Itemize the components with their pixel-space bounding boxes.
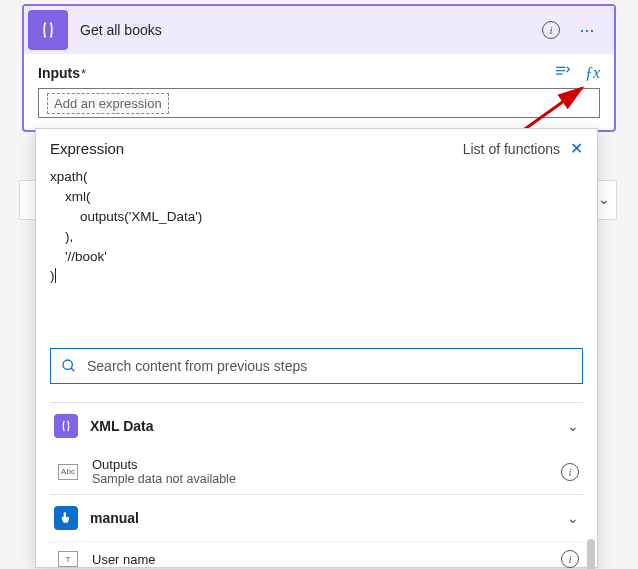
- step-group-manual[interactable]: manual ⌄: [50, 494, 583, 541]
- inputs-field[interactable]: Add an expression: [38, 88, 600, 118]
- dynamic-content-icon[interactable]: [553, 64, 571, 82]
- info-icon[interactable]: i: [561, 550, 579, 568]
- step-group-xml-data[interactable]: XML Data ⌄: [50, 402, 583, 449]
- more-icon[interactable]: ···: [572, 20, 602, 41]
- required-mark: *: [81, 66, 86, 81]
- search-previous-steps[interactable]: Search content from previous steps: [50, 348, 583, 384]
- action-header[interactable]: Get all books i ···: [24, 6, 614, 54]
- info-icon[interactable]: i: [561, 463, 579, 481]
- expression-editor[interactable]: xpath( xml( outputs('XML_Data') ), '//bo…: [50, 166, 583, 346]
- braces-icon: [54, 414, 78, 438]
- expression-chip[interactable]: Add an expression: [47, 93, 169, 114]
- step-item-name: User name: [92, 552, 547, 567]
- action-icon: [28, 10, 68, 50]
- chevron-down-icon: ⌄: [598, 191, 610, 207]
- close-icon[interactable]: ✕: [570, 139, 583, 158]
- expression-panel: Expression List of functions ✕ xpath( xm…: [35, 128, 598, 568]
- action-card: Get all books i ··· Inputs * ƒx Add an e…: [22, 4, 616, 132]
- action-title: Get all books: [80, 22, 542, 38]
- step-group-title: XML Data: [90, 418, 555, 434]
- step-item-outputs[interactable]: Abc Outputs Sample data not available i: [50, 449, 583, 494]
- text-icon: T: [58, 551, 78, 567]
- chevron-down-icon: ⌄: [567, 418, 579, 434]
- inputs-label: Inputs: [38, 65, 80, 81]
- expression-panel-title: Expression: [50, 140, 124, 157]
- step-item-name: Outputs: [92, 457, 547, 472]
- abc-icon: Abc: [58, 464, 78, 480]
- scrollbar-thumb[interactable]: [587, 539, 595, 569]
- step-item-sub: Sample data not available: [92, 472, 547, 486]
- chevron-down-icon: ⌄: [567, 510, 579, 526]
- step-item-username[interactable]: T User name i: [50, 541, 583, 569]
- svg-line-2: [71, 368, 74, 371]
- info-icon[interactable]: i: [542, 21, 572, 39]
- touch-icon: [54, 506, 78, 530]
- list-of-functions-link[interactable]: List of functions: [463, 141, 560, 157]
- search-placeholder: Search content from previous steps: [87, 358, 307, 374]
- fx-icon[interactable]: ƒx: [585, 64, 600, 82]
- step-group-title: manual: [90, 510, 555, 526]
- svg-point-1: [63, 360, 72, 369]
- search-icon: [61, 358, 77, 374]
